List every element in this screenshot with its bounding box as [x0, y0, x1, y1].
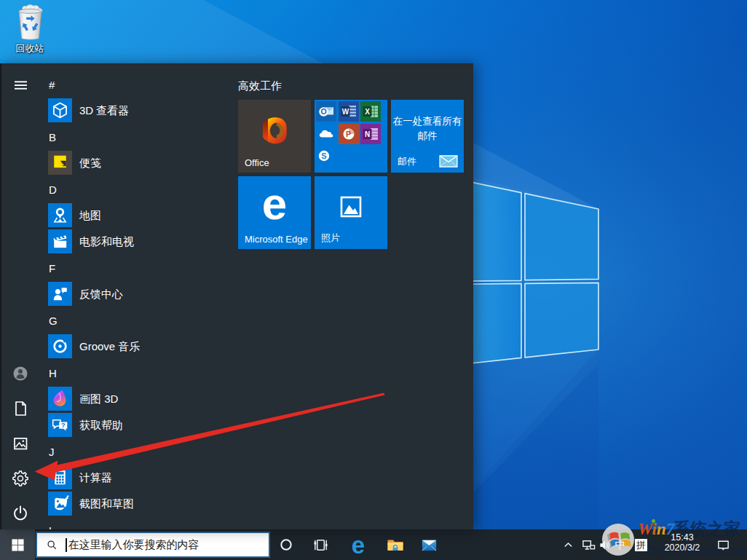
- taskbar-search-box[interactable]: 在这里输入你要搜索的内容: [36, 532, 270, 558]
- app-label: 地图: [79, 209, 101, 223]
- viewer3d-icon: [48, 98, 72, 122]
- app-list-section-header[interactable]: J: [39, 438, 229, 465]
- tray-volume[interactable]: [596, 529, 614, 560]
- tile-office-apps-folder[interactable]: [315, 100, 387, 173]
- text-caret: [66, 538, 67, 552]
- network-icon: [582, 538, 596, 552]
- settings-button[interactable]: [3, 461, 38, 496]
- app-label: 反馈中心: [79, 288, 123, 301]
- app-list-item[interactable]: 3D 查看器: [39, 98, 229, 124]
- app-list-item[interactable]: 计算器: [39, 465, 229, 491]
- windows-start-icon: [11, 538, 25, 552]
- edge-taskbar-button[interactable]: e: [344, 529, 373, 560]
- app-label: 截图和草图: [79, 497, 134, 511]
- expand-menu-button[interactable]: [3, 68, 38, 103]
- movies-icon: [48, 229, 72, 253]
- photos-icon: [339, 195, 363, 218]
- app-label: 便笺: [79, 157, 101, 170]
- taskbar: 在这里输入你要搜索的内容 e 中 拼: [0, 529, 747, 560]
- section-letter: G: [39, 315, 58, 327]
- gear-icon: [9, 467, 32, 490]
- volume-icon: [598, 538, 612, 552]
- desktop: 回收站 #3D 查看器B便笺D地图电影和电视F反馈中心GGroove 音乐H画图…: [0, 0, 747, 560]
- task-view-button[interactable]: [306, 529, 335, 560]
- outlook-icon: [316, 101, 336, 122]
- app-list-item[interactable]: 截图和草图: [39, 491, 229, 517]
- section-letter: #: [39, 79, 55, 91]
- mail-taskbar-button[interactable]: [414, 529, 443, 560]
- mail-taskbar-icon: [420, 536, 438, 554]
- user-profile-button[interactable]: [3, 356, 38, 391]
- onenote-icon: [360, 124, 381, 144]
- onedrive-icon: [316, 124, 336, 144]
- app-list-section-header[interactable]: G: [39, 307, 229, 334]
- ime-mode-indicator: 中: [615, 538, 626, 552]
- start-button[interactable]: [0, 529, 35, 560]
- app-list-section-header[interactable]: F: [39, 255, 229, 281]
- ime-language-indicator: 拼: [636, 540, 646, 551]
- edge-logo: e: [262, 181, 287, 226]
- mail-envelope-icon: [439, 155, 458, 167]
- edge-taskbar-icon: e: [352, 533, 365, 557]
- recycle-bin[interactable]: 回收站: [9, 4, 51, 55]
- app-list-item[interactable]: 画图 3D: [39, 386, 229, 412]
- app-label: 画图 3D: [79, 393, 118, 406]
- tray-clock[interactable]: 15:43 2020/3/2: [655, 529, 710, 560]
- mail-tile-text-line2: 邮件: [418, 130, 438, 141]
- maps-icon: [48, 203, 72, 227]
- recycle-bin-icon: [13, 4, 47, 41]
- tile-edge[interactable]: e Microsoft Edge: [238, 176, 311, 249]
- pictures-icon: [9, 432, 32, 455]
- tile-office-label: Office: [245, 157, 269, 168]
- section-letter: D: [39, 184, 57, 196]
- app-label: Groove 音乐: [79, 340, 140, 354]
- notification-icon: [716, 538, 730, 552]
- tile-mail[interactable]: 在一处查看所有 邮件 邮件: [391, 100, 464, 173]
- start-menu: #3D 查看器B便笺D地图电影和电视F反馈中心GGroove 音乐H画图 3D获…: [0, 63, 473, 529]
- app-list-section-header[interactable]: #: [39, 71, 229, 98]
- file-explorer-icon: [386, 535, 405, 554]
- app-list-section-header[interactable]: D: [39, 176, 229, 202]
- app-list-item[interactable]: 电影和电视: [39, 229, 229, 255]
- excel-icon: [360, 101, 381, 122]
- cortana-button[interactable]: [272, 529, 301, 560]
- app-list-item[interactable]: 便笺: [39, 150, 229, 176]
- app-list-item[interactable]: 获取帮助: [39, 412, 229, 438]
- app-list-item[interactable]: Groove 音乐: [39, 334, 229, 360]
- stickynotes-icon: [48, 151, 72, 175]
- hamburger-icon: [9, 74, 32, 97]
- office-icon: [258, 114, 291, 147]
- user-icon: [9, 362, 32, 385]
- word-icon: [339, 101, 359, 122]
- app-list-section-header[interactable]: B: [39, 124, 229, 150]
- feedback-icon: [48, 282, 72, 306]
- tile-photos-label: 照片: [321, 232, 340, 245]
- app-list-section-header[interactable]: L: [39, 517, 229, 529]
- tile-photos[interactable]: 照片: [315, 176, 387, 249]
- tray-show-hidden-icons[interactable]: [557, 529, 579, 560]
- power-button[interactable]: [3, 496, 38, 529]
- app-label: 电影和电视: [79, 235, 134, 249]
- gethelp-icon: [48, 413, 72, 437]
- section-letter: F: [39, 262, 55, 275]
- action-center-button[interactable]: [711, 529, 735, 560]
- snip-icon: [48, 492, 72, 516]
- app-list-item[interactable]: 反馈中心: [39, 281, 229, 307]
- app-list-item[interactable]: 地图: [39, 202, 229, 229]
- skype-icon: [316, 146, 336, 166]
- tray-ime-language[interactable]: 拼: [635, 539, 647, 551]
- search-placeholder: 在这里输入你要搜索的内容: [68, 538, 199, 552]
- groove-icon: [48, 334, 72, 358]
- pictures-button[interactable]: [3, 426, 38, 461]
- app-list-section-header[interactable]: H: [39, 360, 229, 386]
- tiles-group-label: 高效工作: [238, 79, 282, 93]
- tile-office[interactable]: Office: [238, 100, 311, 173]
- documents-button[interactable]: [3, 391, 38, 426]
- file-explorer-button[interactable]: [381, 529, 410, 560]
- recycle-bin-label: 回收站: [9, 42, 51, 55]
- mail-tile-text-line1: 在一处查看所有: [393, 116, 462, 127]
- tray-network[interactable]: [579, 529, 598, 560]
- clock-date: 2020/3/2: [655, 543, 710, 553]
- tray-ime-mode[interactable]: 中: [612, 529, 628, 560]
- clock-time: 15:43: [655, 532, 710, 543]
